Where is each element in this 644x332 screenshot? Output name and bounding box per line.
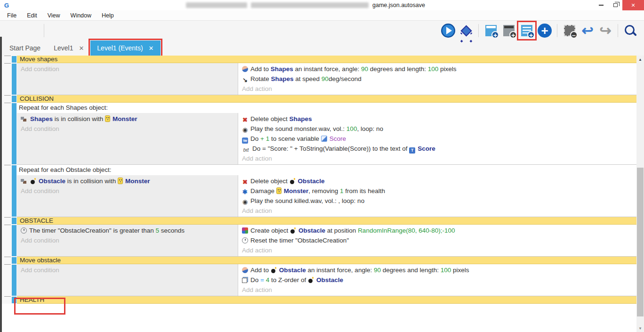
condition-line[interactable]: Obstacle is in collision with Monster — [17, 176, 238, 186]
delete-icon — [242, 179, 248, 185]
text-segment: at position — [325, 227, 358, 234]
toolbar-left-group — [5, 23, 40, 39]
add-subevent-button[interactable]: + — [501, 23, 517, 39]
add-condition[interactable]: Add condition — [17, 124, 238, 134]
add-action[interactable]: Add action — [238, 206, 636, 216]
event-drag-handle[interactable] — [0, 95, 17, 103]
undo-icon: ↩ — [581, 24, 593, 38]
tab-close-icon[interactable]: ✕ — [79, 45, 84, 52]
add-condition[interactable]: Add condition — [17, 235, 238, 245]
event-content[interactable]: Repeat for each Obstacle object:Obstacle… — [17, 165, 636, 217]
action-line[interactable]: Play the sound monster.wav, vol.: 100, l… — [238, 124, 636, 134]
close-button[interactable]: ✕ — [622, 0, 644, 10]
delete-event-button[interactable]: – — [562, 23, 578, 39]
action-line[interactable]: Play the sound killed.wav, vol.: , loop:… — [238, 196, 636, 206]
comment-content[interactable]: HEALTH — [17, 296, 636, 304]
add-condition[interactable]: Add condition — [17, 64, 238, 74]
condition-line[interactable]: The timer "ObstacleCreation" is greater … — [17, 226, 238, 235]
action-line[interactable]: Do = 4 to Z-order of Obstacle — [238, 275, 636, 285]
event-drag-handle[interactable] — [0, 225, 17, 257]
comment-content[interactable]: Move obstacle — [17, 257, 636, 264]
conditions-cell[interactable]: Add condition — [17, 63, 238, 95]
object-name: Monster — [284, 187, 309, 194]
scroll-up-arrow[interactable]: ▲ — [636, 56, 644, 63]
vertical-scrollbar[interactable]: ▲ ▼ — [636, 56, 644, 332]
event-content[interactable]: Repeat for each Shapes object:Shapes is … — [17, 103, 636, 165]
comment-content[interactable]: Move shapes — [17, 56, 636, 63]
event-content[interactable]: Add conditionAdd to Shapes an instant fo… — [17, 63, 636, 95]
debug-button[interactable] — [458, 23, 474, 39]
redo-button[interactable]: ↪ — [597, 23, 613, 39]
actions-cell[interactable]: Delete object ShapesPlay the sound monst… — [238, 113, 636, 164]
actions-cell[interactable]: Create object Obstacle at position Rando… — [238, 225, 636, 256]
menu-item-file[interactable]: File — [2, 10, 22, 21]
add-circle-icon: + — [538, 24, 552, 38]
add-circle-button[interactable]: + — [537, 23, 553, 39]
text-segment: Add condition — [21, 65, 59, 73]
event-drag-handle[interactable] — [0, 63, 17, 95]
comment-content[interactable]: OBSTACLE — [17, 217, 636, 225]
conditions-cell[interactable]: Shapes is in collision with MonsterAdd c… — [17, 113, 238, 164]
for-each-header[interactable]: Repeat for each Obstacle object: — [17, 165, 636, 175]
conditions-cell[interactable]: The timer "ObstacleCreation" is greater … — [17, 225, 238, 256]
add-action[interactable]: Add action — [238, 154, 636, 163]
event-drag-handle[interactable] — [0, 217, 17, 225]
restore-button[interactable] — [608, 0, 622, 10]
text-segment: Add action — [242, 85, 272, 92]
action-line[interactable]: Delete object Shapes — [238, 114, 636, 124]
text-segment: Add condition — [21, 267, 59, 274]
search-button[interactable] — [622, 23, 638, 39]
action-line[interactable]: Create object Obstacle at position Rando… — [238, 226, 636, 235]
minimize-button[interactable] — [594, 0, 608, 10]
add-action[interactable]: Add action — [238, 245, 636, 255]
force-icon — [242, 66, 248, 72]
action-line[interactable]: Add to Obstacle an instant force, angle:… — [238, 265, 636, 275]
action-line[interactable]: Add to Shapes an instant force, angle: 9… — [238, 64, 636, 74]
event-content[interactable]: Add conditionAdd to Obstacle an instant … — [17, 264, 636, 296]
action-line[interactable]: Delete object Obstacle — [238, 176, 636, 186]
tab-start-page[interactable]: Start Page — [3, 40, 47, 56]
add-condition[interactable]: Add condition — [17, 265, 238, 275]
menu-item-view[interactable]: View — [42, 10, 65, 21]
action-line[interactable]: Rotate Shapes at speed 90deg/second — [238, 74, 636, 84]
scene-editor-button[interactable] — [24, 23, 40, 39]
play-button[interactable] — [440, 23, 456, 39]
action-line[interactable]: Damage Monster, removing 1 from its heal… — [238, 186, 636, 196]
scrollbar-thumb[interactable] — [637, 168, 644, 316]
menu-item-window[interactable]: Window — [65, 10, 97, 21]
action-line[interactable]: Do + 1 to scene variable Score — [238, 134, 636, 144]
add-condition[interactable]: Add condition — [17, 186, 238, 196]
condition-line[interactable]: Shapes is in collision with Monster — [17, 114, 238, 124]
action-line[interactable]: Reset the timer "ObstacleCreation" — [238, 235, 636, 245]
comment-content[interactable]: COLLISION — [17, 95, 636, 103]
project-manager-button[interactable] — [6, 23, 22, 39]
scroll-down-arrow[interactable]: ▼ — [636, 324, 644, 332]
event-drag-handle[interactable] — [0, 103, 17, 165]
object-name: Shapes — [271, 75, 294, 82]
add-action[interactable]: Add action — [238, 285, 636, 295]
menu-item-help[interactable]: Help — [97, 10, 119, 21]
tab-level1-events-[interactable]: Level1 (Events)✕ — [90, 40, 160, 56]
conditions-cell[interactable]: Add condition — [17, 264, 238, 296]
event-drag-handle[interactable] — [0, 264, 17, 296]
actions-cell[interactable]: Delete object ObstacleDamage Monster, re… — [238, 175, 636, 217]
undo-button[interactable]: ↩ — [580, 23, 596, 39]
actions-cell[interactable]: Add to Shapes an instant force, angle: 9… — [238, 63, 636, 95]
event-drag-handle[interactable] — [0, 165, 17, 217]
event-content[interactable]: The timer "ObstacleCreation" is greater … — [17, 225, 636, 257]
action-line[interactable]: Do = "Score: " + ToString(Variable(Score… — [238, 144, 636, 154]
add-event-button[interactable]: + — [483, 23, 499, 39]
events-sheet: Move shapesAdd conditionAdd to Shapes an… — [0, 56, 644, 332]
event-drag-handle[interactable] — [0, 257, 17, 264]
add-comment-button[interactable]: + — [519, 23, 535, 39]
event-drag-handle[interactable] — [0, 56, 17, 63]
tab-close-icon[interactable]: ✕ — [149, 45, 154, 52]
add-action[interactable]: Add action — [238, 84, 636, 94]
menu-item-edit[interactable]: Edit — [22, 10, 42, 21]
tab-level1[interactable]: Level1✕ — [47, 40, 90, 56]
actions-cell[interactable]: Add to Obstacle an instant force, angle:… — [238, 264, 636, 296]
conditions-cell[interactable]: Obstacle is in collision with MonsterAdd… — [17, 175, 238, 217]
tab-label: Start Page — [9, 44, 40, 52]
text-segment: to Z-order of — [269, 276, 308, 283]
for-each-header[interactable]: Repeat for each Shapes object: — [17, 103, 636, 113]
